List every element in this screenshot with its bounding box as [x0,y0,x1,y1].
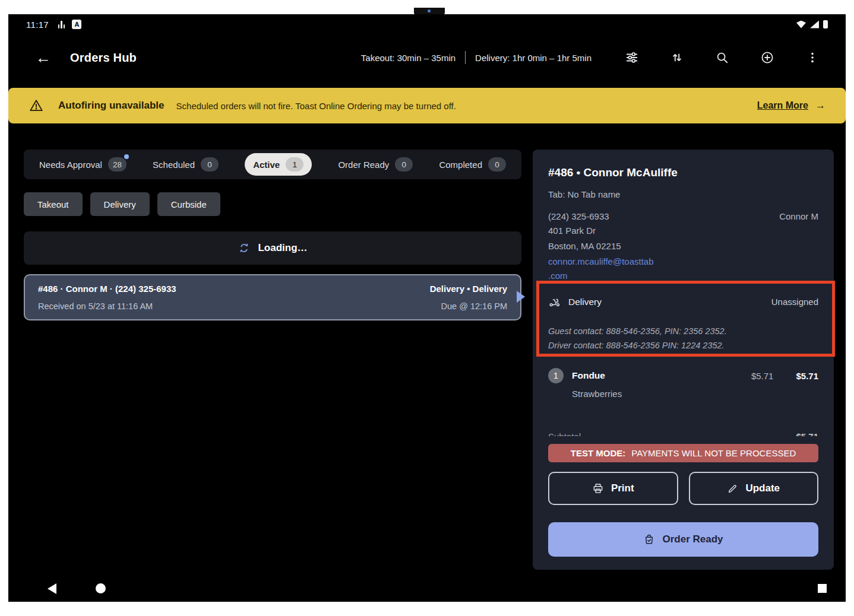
tab-label: Completed [439,160,482,170]
overflow-menu-icon[interactable] [805,50,820,65]
test-mode-message: PAYMENTS WILL NOT BE PROCESSED [631,448,796,458]
loading-indicator: Loading… [24,231,521,265]
order-status-tabs: Needs Approval 28 Scheduled 0 Active 1 O… [24,150,521,179]
tab-active[interactable]: Active 1 [245,153,312,176]
order-summary: #486 · Connor M · (224) 325-6933 [38,284,176,294]
filter-delivery[interactable]: Delivery [90,192,150,216]
tablet-screen: 11:17 A ← Orders Hub Takeout: 30min – 35… [8,14,846,602]
order-card-right: Delivery • Delivery Due @ 12:16 PM [430,284,507,311]
status-icons [796,20,828,28]
tab-label: Needs Approval [39,160,102,170]
tab-count: 0 [207,160,212,169]
guest-short-name: Connor M [779,210,818,223]
learn-more-label: Learn More [757,100,808,111]
update-button[interactable]: Update [689,472,819,505]
order-ready-button[interactable]: Order Ready [548,522,818,557]
wifi-icon [796,21,806,28]
guest-email-link-wrap[interactable]: .com [548,269,818,282]
status-bar: 11:17 A [8,14,846,34]
print-button[interactable]: Print [548,472,678,505]
order-received-time: Received on 5/23 at 11:16 AM [38,301,176,311]
nav-recents-button[interactable] [818,584,827,593]
item-unit-price: $5.71 [751,371,774,381]
add-order-icon[interactable] [760,50,774,65]
pencil-icon [727,483,738,494]
guest-phone: (224) 325-6933 [548,210,609,223]
item-name: Fondue [572,370,605,381]
tab-count: 0 [402,160,407,169]
cell-signal-icon [810,21,819,28]
tab-label: Order Ready [338,160,389,170]
order-card-left: #486 · Connor M · (224) 325-6933 Receive… [38,284,176,311]
app-bar-actions [625,50,820,65]
notification-a-icon: A [72,20,81,29]
takeout-eta: Takeout: 30min – 35min [361,53,456,63]
address-line1: 401 Park Dr [548,223,818,239]
dining-option-filters: Takeout Delivery Curbside [24,192,220,216]
learn-more-button[interactable]: Learn More → [757,100,825,112]
delivery-contact-note: Guest contact: 888-546-2356, PIN: 2356 2… [548,324,818,353]
filter-curbside[interactable]: Curbside [157,192,220,216]
page: 11:17 A ← Orders Hub Takeout: 30min – 35… [0,0,854,616]
update-label: Update [745,482,780,494]
guest-contact-line: Guest contact: 888-546-2356, PIN: 2356 2… [548,324,818,338]
new-orders-dot [124,154,129,159]
item-modifier: Strawberries [572,388,818,400]
order-due-time: Due @ 12:16 PM [441,301,507,311]
vibrate-icon [58,20,65,28]
nav-back-button[interactable] [48,583,56,594]
order-list-item[interactable]: #486 · Connor M · (224) 325-6933 Receive… [24,274,521,320]
item-quantity-badge: 1 [548,368,564,383]
tab-count-badge: 28 [108,157,126,172]
tab-needs-approval[interactable]: Needs Approval 28 [39,157,126,172]
banner-message: Scheduled orders will not fire. Toast On… [176,101,456,111]
test-mode-label: TEST MODE: [571,448,626,458]
autofiring-banner: Autofiring unavailable Scheduled orders … [8,88,846,123]
driver-contact-line: Driver contact: 888-546-2356 PIN: 1224 2… [548,338,818,353]
search-icon[interactable] [715,50,729,65]
selected-order-arrow-icon [517,291,525,303]
eta-divider [465,51,466,64]
clock: 11:17 [26,20,49,30]
delivery-scooter-icon [548,296,561,309]
subtotal-label: Subtotal [548,431,581,436]
refresh-icon [238,242,251,255]
test-mode-banner: TEST MODE: PAYMENTS WILL NOT BE PROCESSE… [548,444,818,462]
delivery-status-row: Delivery Unassigned [548,294,818,310]
tab-label: Scheduled [153,160,195,170]
tab-order-ready[interactable]: Order Ready 0 [338,157,413,172]
tab-count: 28 [113,160,122,169]
battery-icon [823,20,828,28]
filter-sliders-icon[interactable] [625,50,639,65]
tab-scheduled[interactable]: Scheduled 0 [153,157,219,172]
back-arrow-icon[interactable]: ← [36,50,51,65]
tab-count-badge: 1 [286,157,303,172]
order-detail-title: #486 • Connor McAuliffe [548,165,818,180]
loading-label: Loading… [258,242,307,254]
print-label: Print [611,482,634,494]
tab-count-badge: 0 [488,157,506,172]
guest-email-link[interactable]: connor.mcauliffe@toasttab [548,254,818,269]
filter-takeout[interactable]: Takeout [24,192,83,216]
nav-home-button[interactable] [96,583,106,593]
app-bar: ← Orders Hub Takeout: 30min – 35min Deli… [8,38,846,77]
sort-icon[interactable] [670,50,684,65]
order-detail-panel: #486 • Connor McAuliffe Tab: No Tab name… [533,150,834,570]
address-line2: Boston, MA 02215 [548,239,818,254]
tab-count: 0 [495,160,499,169]
item-total-price: $5.71 [796,371,818,381]
tab-count: 1 [292,160,297,169]
order-ready-label: Order Ready [662,534,723,545]
item-prices: $5.71 $5.71 [751,371,818,381]
tab-completed[interactable]: Completed 0 [439,157,506,172]
subtotal-row-clipped: Subtotal $5.71 [548,431,818,436]
page-title: Orders Hub [70,51,137,65]
camera-dot [428,9,431,12]
warning-triangle-icon [29,98,44,113]
android-nav-bar [8,576,846,602]
panel-actions: Print Update [548,472,818,505]
order-channel: Delivery • Delivery [430,284,507,294]
bag-check-icon [643,534,655,545]
banner-title: Autofiring unavailable [58,100,165,112]
tab-count-badge: 0 [395,157,413,172]
